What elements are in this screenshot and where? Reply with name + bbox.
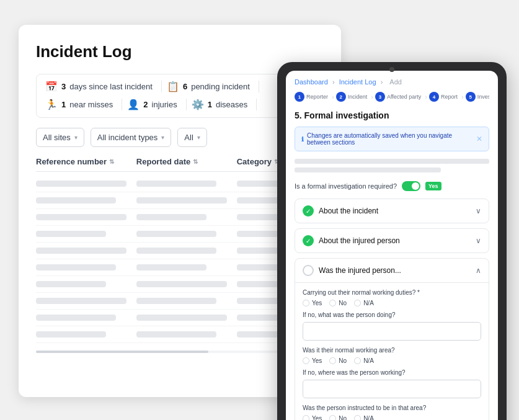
stat-injuries-number: 2: [143, 100, 148, 109]
step-incident[interactable]: 2 Incident: [336, 92, 375, 102]
clipboard-icon: 📋: [167, 81, 179, 92]
accordion-was-injured: Was the injured person... ∧ Carrying out…: [295, 258, 489, 420]
radio-yes-area[interactable]: Yes: [303, 357, 322, 364]
radio-circle: [354, 415, 361, 420]
filter-more[interactable]: All ▾: [177, 128, 206, 147]
chevron-down-icon: ▾: [74, 134, 78, 141]
radio-na-instructed[interactable]: N/A: [354, 415, 374, 420]
scrollbar-thumb: [36, 351, 208, 353]
step-circle-3: 3: [375, 92, 385, 102]
stat-injuries: 👤 2 injuries: [127, 99, 186, 110]
formal-investigation-toggle[interactable]: [402, 181, 420, 191]
step-circle-1: 1: [295, 92, 304, 102]
radio-no-area[interactable]: No: [329, 357, 347, 364]
toggle-value: Yes: [425, 182, 441, 190]
question-person-doing: If no, what was the person doing?: [303, 311, 481, 318]
outer-wrapper: Incident Log 📅 3 days since last inciden…: [12, 12, 507, 420]
stat-pending: 📋 6 pending incident: [167, 81, 259, 92]
step-reporter-label: Reporter: [306, 94, 328, 100]
radio-yes-instructed-label: Yes: [312, 415, 322, 420]
runner-icon: 🏃: [45, 99, 58, 110]
header-ref: Reference number ⇅: [36, 157, 136, 166]
step-report-label: Report: [441, 94, 458, 100]
header-date: Reported date ⇅: [136, 157, 237, 166]
check-icon: ✓: [303, 205, 314, 217]
breadcrumb: Dashboard › Incident Log › Add: [295, 78, 489, 86]
chevron-up-icon: ∧: [476, 266, 481, 275]
radio-circle: [329, 300, 336, 306]
step-circle-2: 2: [336, 92, 346, 102]
radio-no-instructed[interactable]: No: [329, 415, 347, 420]
step-report[interactable]: 4 Report: [429, 92, 466, 102]
radio-na-duties[interactable]: N/A: [354, 300, 374, 306]
radio-yes-label: Yes: [312, 300, 322, 306]
accordion-left: ✓ About the incident: [303, 205, 378, 217]
accordion-was-injured-title: Was the injured person...: [319, 266, 401, 275]
accordion-about-incident: ✓ About the incident ∨: [295, 199, 489, 223]
stat-nearmisses-number: 1: [61, 100, 66, 109]
stat-pending-label: pending incident: [191, 82, 250, 91]
step-circle-4: 4: [429, 92, 439, 102]
radio-yes-area-label: Yes: [312, 357, 322, 364]
chevron-down-icon: ∨: [476, 207, 481, 215]
page-title: Incident Log: [36, 42, 324, 61]
radio-na-area[interactable]: N/A: [354, 357, 374, 364]
filter-types-label: All incident types: [97, 133, 158, 142]
close-banner-button[interactable]: ✕: [476, 135, 482, 143]
tablet-camera: [389, 67, 394, 72]
gear-icon: ⚙️: [192, 99, 204, 110]
radio-na-area-label: N/A: [363, 357, 374, 364]
radio-yes-instructed[interactable]: Yes: [303, 415, 322, 420]
tablet-device: Dashboard › Incident Log › Add 1 Reporte…: [277, 62, 507, 420]
stat-diseases-label: diseases: [216, 100, 247, 109]
info-banner: ℹ Changes are automatically saved when y…: [295, 127, 489, 151]
radio-circle: [329, 415, 336, 420]
radio-group-normal-duties: Yes No N/A: [303, 300, 481, 306]
question-normal-duties: Carrying out their normal working duties…: [303, 289, 481, 296]
sort-icon[interactable]: ⇅: [193, 158, 198, 165]
radio-na-label: N/A: [363, 300, 374, 306]
radio-circle: [329, 357, 336, 364]
question-where-working: If no, where was the person working?: [303, 369, 481, 376]
filter-more-label: All: [184, 133, 193, 142]
accordion-about-injured-header[interactable]: ✓ About the injured person ∨: [295, 229, 489, 252]
radio-yes-duties[interactable]: Yes: [303, 300, 322, 306]
radio-no-area-label: No: [339, 357, 347, 364]
tablet-content: Dashboard › Incident Log › Add 1 Reporte…: [286, 71, 498, 420]
radio-no-duties[interactable]: No: [329, 300, 347, 306]
radio-circle: [354, 300, 361, 306]
accordion-about-injured: ✓ About the injured person ∨: [295, 228, 489, 253]
person-icon: 👤: [127, 99, 140, 110]
stat-pending-number: 6: [183, 82, 187, 91]
breadcrumb-dashboard[interactable]: Dashboard: [295, 78, 328, 86]
step-incident-label: Incident: [348, 94, 368, 100]
step-investigation-label: Investigation: [477, 94, 489, 100]
step-investigation[interactable]: 5 Investigation: [466, 92, 489, 102]
stat-nearmisses-label: near misses: [69, 100, 113, 109]
step-reporter[interactable]: 1 Reporter: [295, 92, 336, 102]
input-where-working[interactable]: [303, 380, 481, 398]
toggle-question: Is a formal investigation required? Yes: [295, 181, 489, 191]
filter-incident-types[interactable]: All incident types ▾: [91, 128, 172, 147]
sort-icon[interactable]: ⇅: [109, 158, 114, 165]
chevron-down-icon: ∨: [476, 236, 481, 245]
filter-sites[interactable]: All sites ▾: [36, 128, 84, 147]
info-banner-text: Changes are automatically saved when you…: [307, 132, 476, 146]
accordion-was-injured-header[interactable]: Was the injured person... ∧: [295, 259, 489, 282]
accordion-left: ✓ About the injured person: [303, 235, 400, 246]
step-affected[interactable]: 3 Affected party: [375, 92, 429, 102]
breadcrumb-incident-log[interactable]: Incident Log: [339, 78, 376, 86]
accordion-about-incident-header[interactable]: ✓ About the incident ∨: [295, 199, 489, 223]
step-indicators: 1 Reporter 2 Incident 3 Affected party 4…: [295, 92, 489, 102]
input-person-doing[interactable]: [303, 322, 481, 341]
info-banner-content: ℹ Changes are automatically saved when y…: [301, 132, 476, 146]
calendar-icon: 📅: [45, 81, 58, 92]
step-circle-5: 5: [466, 92, 476, 102]
chevron-down-icon: ▾: [197, 134, 200, 141]
chevron-down-icon: ▾: [161, 134, 164, 141]
stat-days-number: 3: [61, 82, 66, 91]
stat-diseases: ⚙️ 1 diseases: [192, 99, 257, 110]
radio-circle: [354, 357, 361, 364]
step-affected-label: Affected party: [387, 94, 421, 100]
radio-circle: [303, 357, 309, 364]
